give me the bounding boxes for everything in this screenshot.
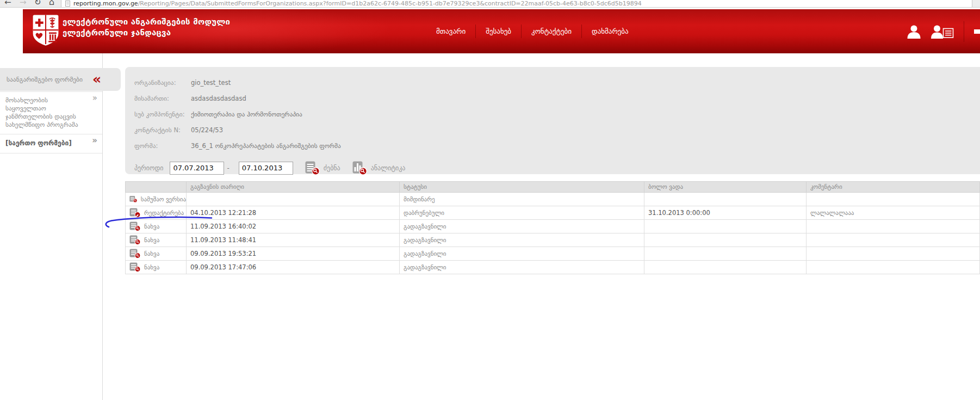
detail-label: სუბ კომპონენტი: (134, 110, 191, 118)
period-to-input[interactable] (239, 162, 293, 175)
cell-status: გადაგზავნილი (400, 233, 644, 247)
sidebar-item-program[interactable]: მოსახლეობის საყოველთაო ჯანმრთელობის დაცვ… (0, 92, 102, 134)
header-deadline: ბოლო ვადა (644, 182, 807, 193)
document-search-icon (129, 249, 141, 259)
address-value: asdasdasdasdasd (191, 95, 246, 102)
address-bar[interactable]: reporting.mon.gov.ge/Reporting/Pages/Dat… (61, 0, 972, 8)
collapse-sidebar-icon[interactable]: « (92, 74, 101, 85)
table-header-row: გაგზავნის თარიღი სტატუსი ბოლო ვადა კომენ… (126, 182, 980, 193)
document-edit-icon (129, 208, 141, 218)
detail-label: მისამართი: (134, 95, 191, 102)
row-action-label: ნახვა (144, 250, 159, 257)
detail-row: სუბ კომპონენტი: ქიმიოთერაპია და ჰორმონოთ… (134, 106, 969, 122)
detail-row: მისამართი: asdasdasdasdasd (134, 90, 969, 106)
detail-row: ორგანიზაცია: gio_test_test (134, 75, 969, 90)
row-action-label: ნახვა (144, 264, 159, 271)
header-send-date: გაგზავნის თარიღი (187, 182, 400, 193)
sidebar-item-label: მოსახლეობის საყოველთაო ჯანმრთელობის დაცვ… (5, 96, 78, 128)
contract-number-value: 05/224/53 (191, 126, 223, 134)
view-action[interactable]: ნახვა (129, 261, 186, 274)
app-title-line2: ელექტრონული ჯანდაცვა (63, 27, 230, 38)
sidebar-item-common-forms[interactable]: [საერთო ფორმები] » (0, 134, 102, 153)
user-icon[interactable] (907, 24, 921, 39)
page-icon (65, 1, 70, 7)
health-ministry-shield-logo (32, 14, 60, 47)
cell-comment (807, 220, 980, 233)
document-search-icon (129, 194, 138, 204)
header-action (126, 182, 187, 193)
cell-deadline (644, 261, 807, 274)
browser-refresh-icon[interactable]: ↻ (34, 0, 41, 7)
user-list-icon[interactable] (931, 24, 954, 39)
view-action[interactable]: ნახვა (129, 247, 186, 260)
table-row: რედაქტირება 04.10.2013 12:21:28 დაბრუნებ… (126, 206, 980, 220)
chevron-right-icon: » (92, 94, 97, 102)
period-from-input[interactable] (170, 162, 224, 175)
table-row: ნახვა 09.09.2013 17:47:06 გადაგზავნილი (126, 261, 980, 274)
cell-status: დაბრუნებული (400, 206, 644, 220)
sidebar-header[interactable]: საანგარიშგებო ფორმები « (0, 68, 121, 91)
cell-comment (807, 193, 980, 206)
cell-send-date: 11.09.2013 11:48:41 (187, 233, 400, 247)
analytics-button[interactable]: ანალიტიკა (352, 161, 406, 175)
header-status: სტატუსი (400, 182, 644, 193)
detail-label: ორგანიზაცია: (134, 79, 191, 87)
header-comment: კომენტარი (807, 182, 980, 193)
cell-status: გადაგზავნილი (400, 220, 644, 233)
cell-send-date: 09.09.2013 17:47:06 (187, 261, 400, 274)
header-nav: მთავარი შესახებ კონტაქტები დახმარება (426, 9, 638, 53)
cell-status: გადაგზავნილი (400, 261, 644, 274)
logout-arrow-icon[interactable] (974, 26, 980, 38)
sidebar-title: საანგარიშგებო ფორმები (7, 76, 89, 83)
search-button-label: ძებნა (324, 164, 340, 172)
chevron-right-icon: » (92, 137, 97, 145)
table-row: სამუშაო ვერსია მიმდინარე (126, 193, 980, 206)
table-row: ნახვა 09.09.2013 19:53:21 გადაგზავნილი (126, 247, 980, 261)
row-action-label: რედაქტირება (144, 210, 184, 217)
period-label: პერიოდი (134, 164, 163, 172)
nav-item-help[interactable]: დახმარება (581, 24, 638, 38)
analytics-button-label: ანალიტიკა (371, 164, 406, 172)
nav-item-home[interactable]: მთავარი (426, 24, 475, 38)
page-content: საანგარიშგებო ფორმები « მოსახლეობის საყო… (0, 53, 980, 400)
cell-comment: ლალალალააა (807, 206, 980, 220)
nav-item-about[interactable]: შესახებ (475, 24, 521, 38)
app-header: ელექტრონული ანგარიშგების მოდული ელექტრონ… (23, 9, 980, 53)
browser-home-icon[interactable]: ⌂ (49, 0, 54, 7)
browser-back-icon[interactable]: ← (4, 0, 11, 7)
nav-item-contacts[interactable]: კონტაქტები (521, 24, 581, 38)
main-area: ორგანიზაცია: gio_test_test მისამართი: as… (103, 53, 980, 400)
cell-deadline (644, 193, 807, 206)
cell-status: გადაგზავნილი (400, 247, 644, 261)
document-search-icon (305, 161, 320, 175)
row-action-label: ნახვა (144, 237, 159, 244)
cell-comment (807, 247, 980, 261)
view-action[interactable]: ნახვა (129, 233, 186, 247)
row-action-label: სამუშაო ვერსია (141, 196, 186, 203)
detail-label: ფორმა: (134, 142, 191, 150)
cell-status: მიმდინარე (400, 193, 644, 206)
submissions-table: გაგზავნის თარიღი სტატუსი ბოლო ვადა კომენ… (125, 181, 980, 274)
chart-search-icon (352, 161, 367, 175)
cell-comment (807, 233, 980, 247)
document-search-icon (129, 235, 141, 245)
period-separator: - (227, 164, 229, 172)
cell-deadline (644, 220, 807, 233)
header-divider (964, 21, 964, 42)
open-draft-action[interactable]: სამუშაო ვერსია (129, 193, 186, 206)
document-search-icon (129, 262, 141, 272)
browser-forward-icon[interactable]: → (20, 0, 27, 7)
detail-row: კონტრაქტის N: 05/224/53 (134, 122, 969, 138)
cell-deadline (644, 247, 807, 261)
search-button[interactable]: ძებნა (305, 161, 340, 175)
table-row: ნახვა 11.09.2013 11:48:41 გადაგზავნილი (126, 233, 980, 247)
view-action[interactable]: ნახვა (129, 220, 186, 233)
cell-send-date: 11.09.2013 16:40:02 (187, 220, 400, 233)
detail-row: ფორმა: 36_6_1 ონკოპრეპარატების ანგარიშგე… (134, 138, 969, 153)
url-text: reporting.mon.gov.ge/Reporting/Pages/Dat… (73, 0, 642, 7)
detail-label: კონტრაქტის N: (134, 126, 191, 134)
cell-send-date (187, 193, 400, 206)
browser-toolbar: ← → ↻ ⌂ reporting.mon.gov.ge/Reporting/P… (0, 0, 980, 8)
edit-action[interactable]: რედაქტირება (129, 206, 186, 219)
form-name-value: 36_6_1 ონკოპრეპარატების ანგარიშგების ფორ… (191, 142, 341, 150)
